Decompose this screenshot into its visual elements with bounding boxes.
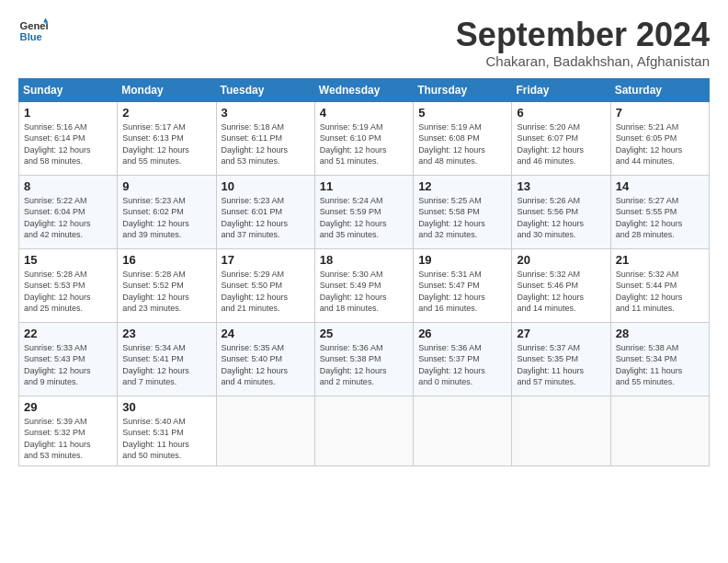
col-tuesday: Tuesday (216, 78, 314, 101)
calendar-cell: 27Sunrise: 5:37 AM Sunset: 5:35 PM Dayli… (512, 322, 610, 396)
day-number: 12 (418, 179, 506, 193)
page: General Blue September 2024 Chakaran, Ba… (0, 0, 728, 563)
calendar-cell: 25Sunrise: 5:36 AM Sunset: 5:38 PM Dayli… (314, 322, 413, 396)
day-info: Sunrise: 5:40 AM Sunset: 5:31 PM Dayligh… (122, 416, 210, 462)
day-info: Sunrise: 5:32 AM Sunset: 5:46 PM Dayligh… (517, 269, 605, 315)
calendar-cell: 9Sunrise: 5:23 AM Sunset: 6:02 PM Daylig… (118, 175, 216, 248)
day-info: Sunrise: 5:28 AM Sunset: 5:52 PM Dayligh… (122, 269, 210, 315)
calendar-cell: 4Sunrise: 5:19 AM Sunset: 6:10 PM Daylig… (314, 101, 413, 175)
calendar-cell: 28Sunrise: 5:38 AM Sunset: 5:34 PM Dayli… (610, 322, 709, 396)
calendar-cell: 7Sunrise: 5:21 AM Sunset: 6:05 PM Daylig… (610, 101, 709, 175)
calendar-cell: 12Sunrise: 5:25 AM Sunset: 5:58 PM Dayli… (414, 175, 512, 248)
day-info: Sunrise: 5:16 AM Sunset: 6:14 PM Dayligh… (24, 121, 112, 167)
day-info: Sunrise: 5:19 AM Sunset: 6:08 PM Dayligh… (418, 121, 506, 167)
calendar-week-3: 15Sunrise: 5:28 AM Sunset: 5:53 PM Dayli… (19, 248, 710, 322)
day-number: 19 (418, 253, 506, 267)
day-number: 3 (222, 106, 310, 120)
day-info: Sunrise: 5:24 AM Sunset: 5:59 PM Dayligh… (320, 195, 408, 241)
day-info: Sunrise: 5:17 AM Sunset: 6:13 PM Dayligh… (122, 121, 210, 167)
month-title: September 2024 (456, 17, 710, 53)
calendar-week-2: 8Sunrise: 5:22 AM Sunset: 6:04 PM Daylig… (19, 175, 710, 248)
calendar-cell: 30Sunrise: 5:40 AM Sunset: 5:31 PM Dayli… (118, 396, 216, 465)
day-info: Sunrise: 5:33 AM Sunset: 5:43 PM Dayligh… (24, 342, 112, 388)
col-monday: Monday (118, 78, 216, 101)
day-number: 10 (222, 179, 310, 193)
day-number: 9 (122, 179, 210, 193)
col-wednesday: Wednesday (314, 78, 413, 101)
calendar-cell (610, 396, 709, 465)
day-info: Sunrise: 5:25 AM Sunset: 5:58 PM Dayligh… (418, 195, 506, 241)
day-number: 25 (320, 327, 408, 340)
calendar-cell (216, 396, 314, 465)
day-number: 29 (24, 400, 112, 414)
day-info: Sunrise: 5:37 AM Sunset: 5:35 PM Dayligh… (517, 342, 605, 388)
calendar-cell: 19Sunrise: 5:31 AM Sunset: 5:47 PM Dayli… (414, 248, 512, 322)
day-number: 5 (418, 106, 506, 120)
calendar-cell: 8Sunrise: 5:22 AM Sunset: 6:04 PM Daylig… (19, 175, 118, 248)
calendar-cell: 29Sunrise: 5:39 AM Sunset: 5:32 PM Dayli… (19, 396, 118, 465)
calendar-cell: 5Sunrise: 5:19 AM Sunset: 6:08 PM Daylig… (414, 101, 512, 175)
calendar-cell: 11Sunrise: 5:24 AM Sunset: 5:59 PM Dayli… (314, 175, 413, 248)
day-info: Sunrise: 5:35 AM Sunset: 5:40 PM Dayligh… (222, 342, 310, 388)
day-number: 11 (320, 179, 408, 193)
location-subtitle: Chakaran, Badakhshan, Afghanistan (456, 53, 710, 69)
day-info: Sunrise: 5:38 AM Sunset: 5:34 PM Dayligh… (616, 342, 704, 388)
day-info: Sunrise: 5:22 AM Sunset: 6:04 PM Dayligh… (24, 195, 112, 241)
header-row: Sunday Monday Tuesday Wednesday Thursday… (19, 78, 710, 101)
calendar-cell: 18Sunrise: 5:30 AM Sunset: 5:49 PM Dayli… (314, 248, 413, 322)
calendar-cell: 26Sunrise: 5:36 AM Sunset: 5:37 PM Dayli… (414, 322, 512, 396)
day-number: 14 (616, 179, 704, 193)
calendar-cell: 10Sunrise: 5:23 AM Sunset: 6:01 PM Dayli… (216, 175, 314, 248)
day-number: 28 (616, 327, 704, 340)
day-info: Sunrise: 5:23 AM Sunset: 6:01 PM Dayligh… (222, 195, 310, 241)
col-saturday: Saturday (610, 78, 709, 101)
calendar-cell: 17Sunrise: 5:29 AM Sunset: 5:50 PM Dayli… (216, 248, 314, 322)
day-number: 13 (517, 179, 605, 193)
day-number: 16 (122, 253, 210, 267)
day-number: 21 (616, 253, 704, 267)
day-info: Sunrise: 5:36 AM Sunset: 5:38 PM Dayligh… (320, 342, 408, 388)
day-number: 27 (517, 327, 605, 340)
day-number: 26 (418, 327, 506, 340)
day-number: 2 (122, 106, 210, 120)
day-info: Sunrise: 5:19 AM Sunset: 6:10 PM Dayligh… (320, 121, 408, 167)
calendar-cell (414, 396, 512, 465)
day-info: Sunrise: 5:23 AM Sunset: 6:02 PM Dayligh… (122, 195, 210, 241)
calendar-body: 1Sunrise: 5:16 AM Sunset: 6:14 PM Daylig… (19, 101, 710, 465)
calendar-week-4: 22Sunrise: 5:33 AM Sunset: 5:43 PM Dayli… (19, 322, 710, 396)
day-number: 15 (24, 253, 112, 267)
day-number: 30 (122, 400, 210, 414)
calendar-cell: 16Sunrise: 5:28 AM Sunset: 5:52 PM Dayli… (118, 248, 216, 322)
calendar-cell: 1Sunrise: 5:16 AM Sunset: 6:14 PM Daylig… (19, 101, 118, 175)
day-number: 8 (24, 179, 112, 193)
calendar-cell: 20Sunrise: 5:32 AM Sunset: 5:46 PM Dayli… (512, 248, 610, 322)
day-info: Sunrise: 5:34 AM Sunset: 5:41 PM Dayligh… (122, 342, 210, 388)
day-info: Sunrise: 5:21 AM Sunset: 6:05 PM Dayligh… (616, 121, 704, 167)
day-number: 17 (222, 253, 310, 267)
calendar-cell: 13Sunrise: 5:26 AM Sunset: 5:56 PM Dayli… (512, 175, 610, 248)
calendar-week-1: 1Sunrise: 5:16 AM Sunset: 6:14 PM Daylig… (19, 101, 710, 175)
day-info: Sunrise: 5:20 AM Sunset: 6:07 PM Dayligh… (517, 121, 605, 167)
day-number: 7 (616, 106, 704, 120)
col-sunday: Sunday (19, 78, 118, 101)
day-number: 23 (122, 327, 210, 340)
calendar-table: Sunday Monday Tuesday Wednesday Thursday… (18, 78, 710, 466)
day-info: Sunrise: 5:27 AM Sunset: 5:55 PM Dayligh… (616, 195, 704, 241)
header: General Blue September 2024 Chakaran, Ba… (18, 17, 710, 69)
day-number: 22 (24, 327, 112, 340)
calendar-cell: 3Sunrise: 5:18 AM Sunset: 6:11 PM Daylig… (216, 101, 314, 175)
svg-text:Blue: Blue (20, 31, 42, 42)
col-friday: Friday (512, 78, 610, 101)
day-number: 20 (517, 253, 605, 267)
calendar-cell (314, 396, 413, 465)
day-info: Sunrise: 5:29 AM Sunset: 5:50 PM Dayligh… (222, 269, 310, 315)
day-info: Sunrise: 5:30 AM Sunset: 5:49 PM Dayligh… (320, 269, 408, 315)
day-info: Sunrise: 5:28 AM Sunset: 5:53 PM Dayligh… (24, 269, 112, 315)
day-info: Sunrise: 5:39 AM Sunset: 5:32 PM Dayligh… (24, 416, 112, 462)
calendar-cell: 15Sunrise: 5:28 AM Sunset: 5:53 PM Dayli… (19, 248, 118, 322)
calendar-cell: 6Sunrise: 5:20 AM Sunset: 6:07 PM Daylig… (512, 101, 610, 175)
day-number: 24 (222, 327, 310, 340)
logo: General Blue (18, 17, 48, 46)
day-number: 4 (320, 106, 408, 120)
logo-icon: General Blue (18, 17, 48, 46)
